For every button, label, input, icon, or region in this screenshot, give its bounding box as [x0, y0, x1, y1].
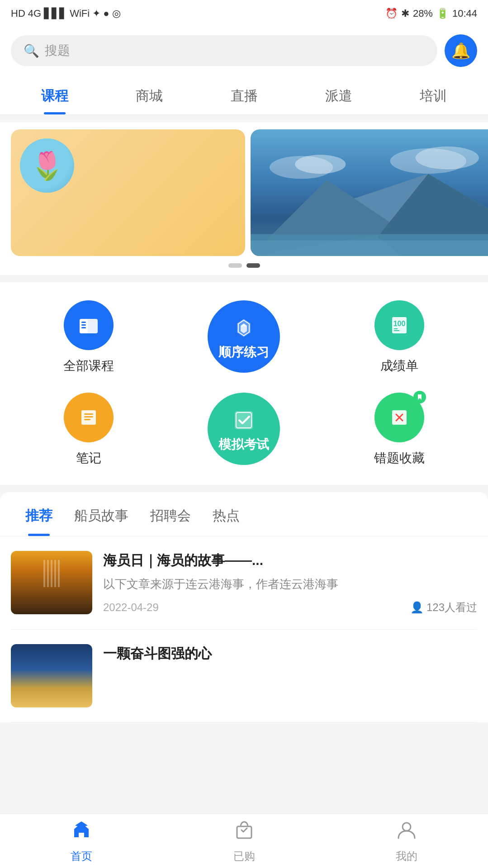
purchased-icon — [233, 819, 255, 845]
status-bar: HD 4G ▋▋▋ WiFi ✦ ● ◎ ⏰ ✱ 28% 🔋 10:44 — [0, 0, 488, 27]
status-hd: HD — [11, 8, 25, 19]
mock-exam-label: 模拟考试 — [218, 436, 269, 453]
sequential-practice-circle: 顺序练习 — [208, 300, 280, 373]
svg-rect-12 — [81, 324, 86, 326]
article-item-2[interactable]: 一颗奋斗图强的心 — [11, 630, 477, 722]
svg-text:100: 100 — [393, 320, 406, 327]
svg-rect-10 — [80, 319, 88, 333]
svg-rect-26 — [237, 826, 251, 838]
time-display: 10:44 — [452, 8, 477, 19]
svg-rect-18 — [84, 416, 93, 417]
article-thumb-2 — [11, 644, 92, 707]
article-thumb-1 — [11, 551, 92, 614]
dot-2[interactable] — [246, 263, 260, 268]
svg-point-27 — [403, 823, 411, 831]
banner-area: 🌷 — [0, 122, 488, 275]
notification-bell-button[interactable]: 🔔 — [445, 34, 477, 67]
status-wifi: WiFi — [70, 8, 90, 19]
article-title-2: 一颗奋斗图强的心 — [103, 644, 477, 663]
home-label: 首页 — [71, 849, 92, 863]
article-meta-1: 2022-04-29 👤 123人看过 — [103, 600, 477, 615]
tab-training[interactable]: 培训 — [386, 74, 481, 114]
grades-icon: 100 — [374, 300, 424, 350]
wrong-collection-label: 错题收藏 — [374, 450, 425, 467]
content-tabs: 推荐 船员故事 招聘会 热点 — [0, 492, 488, 536]
banner-slide-1[interactable]: 🌷 — [11, 129, 245, 256]
article-image-2 — [11, 644, 92, 707]
article-content-2: 一颗奋斗图强的心 — [103, 644, 477, 707]
bell-icon: 🔔 — [451, 42, 470, 60]
action-grades[interactable]: 100 成绩单 — [322, 300, 477, 375]
notes-icon — [64, 393, 114, 442]
battery-text: 28% — [413, 8, 433, 19]
banner-container[interactable]: 🌷 — [0, 129, 488, 256]
bluetooth-icon: ✱ — [401, 8, 409, 19]
battery-icon: 🔋 — [436, 8, 449, 19]
status-signal: 4G — [28, 8, 41, 19]
action-notes[interactable]: 笔记 — [11, 393, 166, 467]
search-placeholder: 搜题 — [45, 42, 70, 59]
bottom-nav-home[interactable]: 首页 — [0, 819, 163, 863]
purchased-label: 已购 — [233, 849, 255, 863]
content-tab-recommended[interactable]: 推荐 — [14, 492, 63, 536]
bottom-nav-mine[interactable]: 我的 — [325, 819, 488, 863]
action-sequential-practice[interactable]: 顺序练习 — [166, 300, 322, 375]
search-area: 🔍 搜题 🔔 — [0, 27, 488, 74]
svg-point-1 — [295, 155, 346, 174]
article-views-1: 👤 123人看过 — [410, 600, 477, 615]
svg-rect-19 — [84, 419, 90, 420]
article-image-1 — [11, 551, 92, 614]
alarm-icon: ⏰ — [385, 8, 398, 19]
search-box[interactable]: 🔍 搜题 — [11, 35, 437, 66]
mock-exam-circle: 模拟考试 — [208, 393, 280, 465]
svg-rect-20 — [235, 411, 253, 429]
bottom-nav-purchased[interactable]: 已购 — [163, 819, 326, 863]
content-tab-hot[interactable]: 热点 — [202, 492, 251, 536]
sequential-practice-label: 顺序练习 — [218, 344, 269, 361]
svg-rect-8 — [251, 240, 488, 256]
bottom-nav: 首页 已购 我的 — [0, 814, 488, 868]
banner-slide-2[interactable] — [251, 129, 488, 256]
status-extra: ✦ ● ◎ — [92, 8, 121, 19]
tab-dispatch[interactable]: 派遣 — [291, 74, 386, 114]
status-network-bars: ▋▋▋ — [44, 8, 67, 19]
svg-point-3 — [416, 146, 479, 169]
svg-rect-25 — [80, 826, 83, 828]
notes-label: 笔记 — [76, 450, 101, 467]
action-all-courses[interactable]: 全部课程 — [11, 300, 166, 375]
status-right: ⏰ ✱ 28% 🔋 10:44 — [385, 8, 477, 19]
wrong-collection-icon — [374, 393, 424, 442]
home-icon — [71, 819, 92, 845]
all-courses-label: 全部课程 — [63, 357, 114, 375]
article-date-1: 2022-04-29 — [103, 601, 159, 614]
svg-rect-13 — [81, 327, 86, 328]
content-tab-sailor-stories[interactable]: 船员故事 — [63, 492, 139, 536]
banner-flower-decoration: 🌷 — [20, 138, 74, 193]
article-list: 海员日｜海员的故事——... 以下文章来源于连云港海事，作者连云港海事 2022… — [0, 536, 488, 722]
svg-rect-11 — [81, 322, 86, 323]
tab-courses[interactable]: 课程 — [7, 74, 102, 114]
action-wrong-collection[interactable]: 错题收藏 — [322, 393, 477, 467]
main-nav-tabs: 课程 商城 直播 派遣 培训 — [0, 74, 488, 115]
quick-actions-grid: 全部课程 顺序练习 100 — [0, 282, 488, 485]
mine-icon — [396, 819, 417, 845]
mine-label: 我的 — [396, 849, 417, 863]
search-icon: 🔍 — [24, 43, 39, 58]
tab-mall[interactable]: 商城 — [102, 74, 196, 114]
all-courses-icon — [64, 300, 114, 350]
status-left: HD 4G ▋▋▋ WiFi ✦ ● ◎ — [11, 8, 121, 19]
article-desc-1: 以下文章来源于连云港海事，作者连云港海事 — [103, 575, 477, 593]
svg-rect-23 — [79, 833, 84, 837]
views-icon-1: 👤 — [410, 601, 424, 614]
dot-1[interactable] — [228, 263, 242, 268]
article-title-1: 海员日｜海员的故事——... — [103, 551, 477, 570]
tab-live[interactable]: 直播 — [197, 74, 291, 114]
banner-dots — [0, 263, 488, 268]
svg-rect-17 — [84, 413, 93, 415]
article-content-1: 海员日｜海员的故事——... 以下文章来源于连云港海事，作者连云港海事 2022… — [103, 551, 477, 615]
action-mock-exam[interactable]: 模拟考试 — [166, 393, 322, 467]
content-section: 推荐 船员故事 招聘会 热点 — [0, 492, 488, 722]
lights-decoration — [43, 560, 60, 587]
content-tab-job-fair[interactable]: 招聘会 — [139, 492, 202, 536]
article-item-1[interactable]: 海员日｜海员的故事——... 以下文章来源于连云港海事，作者连云港海事 2022… — [11, 536, 477, 630]
